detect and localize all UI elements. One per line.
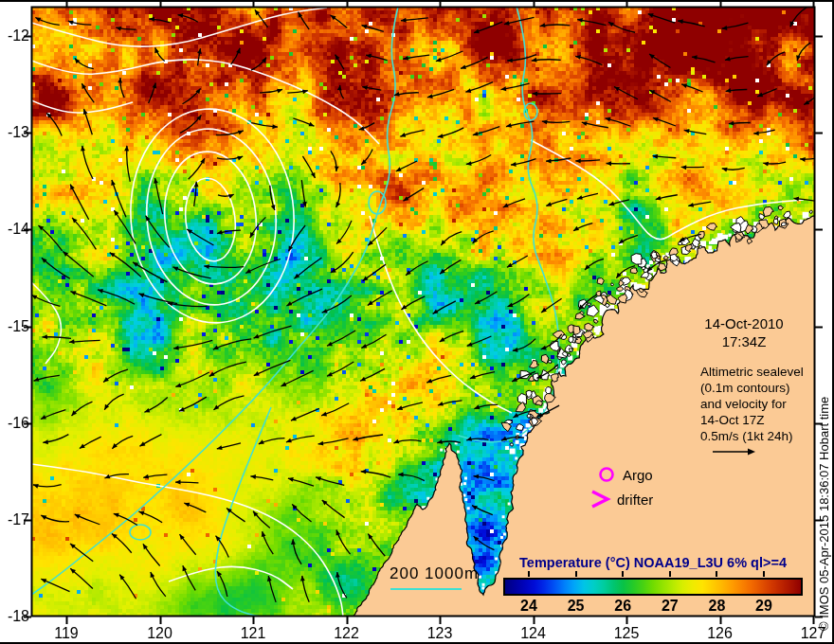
colorbar-tick-mark: [763, 571, 765, 577]
colorbar-tick-label: 24: [510, 598, 548, 615]
x-axis-tick-label: 124: [505, 625, 562, 642]
bathymetry-legend-label: 200 1000m: [390, 564, 479, 583]
info-annotation-line: 14-Oct 17Z: [700, 412, 833, 428]
colorbar-title: Temperature (°C) NOAA19_L3U 6% ql>=4: [504, 555, 802, 570]
colorbar-tick-label: 25: [557, 598, 595, 615]
x-axis-tick-label: 121: [225, 625, 281, 642]
info-annotation-line: (0.1m contours): [700, 380, 833, 396]
y-axis-tick-label: -17: [0, 511, 29, 528]
info-annotation-line: and velocity for: [700, 396, 833, 412]
colorbar-tick-label: 26: [604, 598, 642, 615]
x-axis-tick-label: 123: [411, 625, 468, 642]
colorbar-tick-mark: [575, 571, 577, 577]
datetime-date: 14-Oct-2010: [678, 314, 810, 332]
drifter-legend-label: drifter: [617, 492, 653, 508]
sst-map-figure: 119120121122123124125126127-12-13-14-15-…: [0, 0, 834, 644]
colorbar-tick-label: 27: [651, 598, 689, 615]
colorbar-tick-mark: [528, 571, 530, 577]
datetime-time: 17:34Z: [678, 332, 810, 350]
info-annotation-line: Altimetric sealevel: [700, 364, 833, 380]
imos-credit: © IMOS 05-Apr-2015 18:36:07 Hobart time: [817, 347, 831, 631]
colorbar-tick-label: 29: [745, 598, 783, 615]
y-axis-tick-label: -18: [0, 608, 29, 625]
colorbar-gradient: [503, 578, 803, 596]
y-axis-tick-label: -16: [0, 415, 29, 432]
x-axis-tick-label: 125: [598, 625, 655, 642]
colorbar-tick-mark: [716, 571, 717, 577]
x-axis-tick-label: 120: [132, 625, 189, 642]
x-axis-tick-label: 119: [38, 625, 95, 642]
datetime-annotation: 14-Oct-2010 17:34Z: [678, 314, 810, 350]
y-axis-tick-label: -12: [0, 27, 29, 45]
argo-legend-label: Argo: [623, 467, 653, 483]
x-axis-tick-label: 126: [692, 625, 749, 642]
colorbar-tick-mark: [622, 571, 624, 577]
y-axis-tick-label: -14: [0, 221, 29, 238]
colorbar-tick-label: 28: [698, 598, 735, 615]
info-annotation-line: 0.5m/s (1kt 24h): [700, 428, 833, 444]
y-axis-tick-label: -13: [0, 124, 29, 141]
x-axis-tick-label: 122: [318, 625, 375, 642]
altimetry-info-annotation: Altimetric sealevel(0.1m contours)and ve…: [700, 364, 833, 444]
y-axis-tick-label: -15: [0, 318, 29, 335]
colorbar-tick-mark: [669, 571, 671, 577]
